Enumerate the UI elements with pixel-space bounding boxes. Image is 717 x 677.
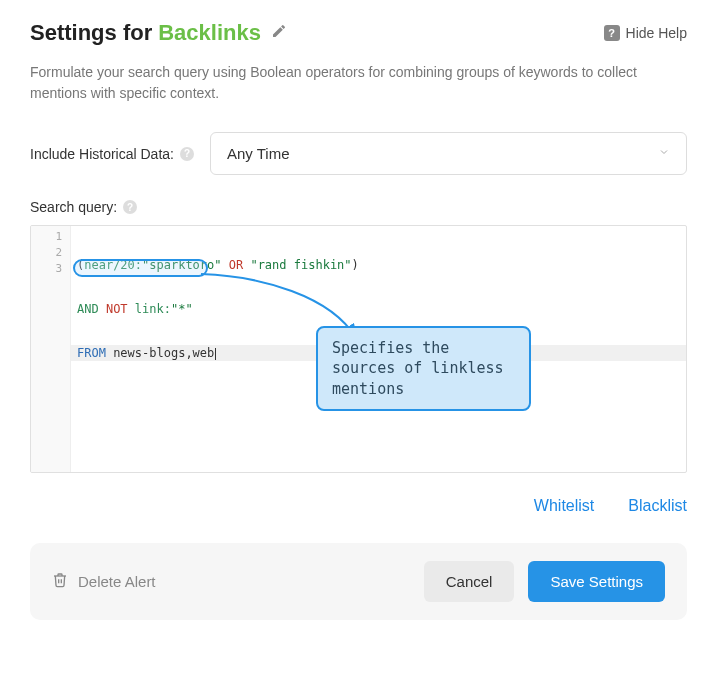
query-label: Search query: ?: [30, 199, 687, 215]
hide-help-button[interactable]: ? Hide Help: [604, 25, 687, 41]
blacklist-link[interactable]: Blacklist: [628, 497, 687, 515]
historical-label: Include Historical Data: ?: [30, 146, 194, 162]
chevron-down-icon: [658, 146, 670, 161]
historical-select[interactable]: Any Time: [210, 132, 687, 175]
line-number: 2: [31, 245, 70, 261]
historical-value: Any Time: [227, 145, 290, 162]
callout-annotation: Specifies the sources of linkless mentio…: [316, 326, 531, 411]
whitelist-link[interactable]: Whitelist: [534, 497, 594, 515]
code-line: AND NOT link:"*": [71, 301, 686, 317]
edit-icon[interactable]: [271, 23, 287, 43]
cancel-button[interactable]: Cancel: [424, 561, 515, 602]
delete-alert-button[interactable]: Delete Alert: [52, 572, 156, 591]
footer-right: Cancel Save Settings: [424, 561, 665, 602]
line-number: 1: [31, 229, 70, 245]
help-circle-icon[interactable]: ?: [180, 147, 194, 161]
help-circle-icon[interactable]: ?: [123, 200, 137, 214]
trash-icon: [52, 572, 68, 591]
text-cursor: [215, 348, 216, 360]
list-links: Whitelist Blacklist: [30, 497, 687, 515]
code-line: (near/20:"sparktoro" OR "rand fishkin"): [71, 257, 686, 273]
title-accent: Backlinks: [158, 20, 261, 46]
query-editor[interactable]: 1 2 3 (near/20:"sparktoro" OR "rand fish…: [30, 225, 687, 473]
line-number: 3: [31, 261, 70, 277]
delete-label: Delete Alert: [78, 573, 156, 590]
footer-bar: Delete Alert Cancel Save Settings: [30, 543, 687, 620]
header: Settings for Backlinks ? Hide Help: [30, 20, 687, 46]
title-prefix: Settings for: [30, 20, 152, 46]
historical-row: Include Historical Data: ? Any Time: [30, 132, 687, 175]
gutter: 1 2 3: [31, 226, 71, 472]
save-settings-button[interactable]: Save Settings: [528, 561, 665, 602]
page-title: Settings for Backlinks: [30, 20, 287, 46]
hide-help-label: Hide Help: [626, 25, 687, 41]
help-icon: ?: [604, 25, 620, 41]
description: Formulate your search query using Boolea…: [30, 62, 687, 104]
